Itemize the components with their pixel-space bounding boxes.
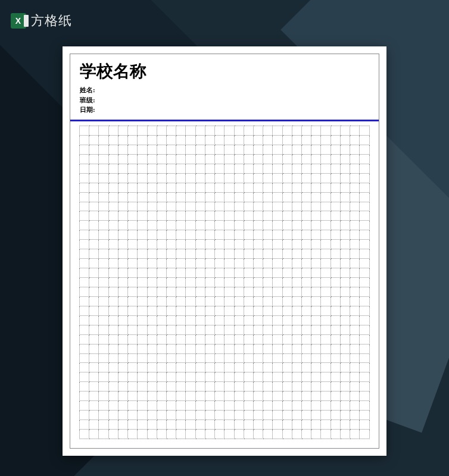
- grid-cell: [99, 430, 108, 439]
- grid-cell: [195, 164, 205, 173]
- grid-cell: [234, 192, 244, 202]
- grid-cell: [118, 306, 127, 315]
- grid-cell: [302, 240, 311, 249]
- grid-cell: [311, 325, 321, 334]
- grid-cell: [99, 411, 108, 420]
- grid-cell: [147, 145, 157, 154]
- grid-cell: [205, 278, 214, 287]
- grid-cell: [224, 154, 234, 164]
- grid-cell: [311, 183, 321, 192]
- grid-cell: [321, 135, 330, 145]
- grid-cell: [215, 249, 224, 259]
- grid-cell: [80, 183, 89, 192]
- grid-cell: [244, 154, 253, 164]
- grid-cell: [99, 344, 108, 353]
- grid-cell: [186, 315, 195, 325]
- grid-cell: [89, 430, 99, 439]
- grid-cell: [340, 382, 350, 392]
- grid-cell: [186, 372, 195, 382]
- grid-cell: [205, 334, 214, 344]
- grid-cell: [89, 296, 99, 306]
- grid-cell: [157, 268, 166, 278]
- grid-cell: [215, 420, 224, 430]
- grid-cell: [234, 325, 244, 334]
- grid-cell: [138, 126, 147, 136]
- grid-cell: [253, 363, 263, 372]
- grid-cell: [195, 240, 205, 249]
- grid-cell: [224, 325, 234, 334]
- grid-cell: [311, 382, 321, 392]
- grid-cell: [147, 259, 157, 268]
- grid-cell: [215, 211, 224, 221]
- grid-cell: [118, 296, 127, 306]
- grid-cell: [321, 420, 330, 430]
- grid-cell: [166, 268, 176, 278]
- grid-cell: [89, 221, 99, 230]
- grid-cell: [360, 154, 370, 164]
- grid-cell: [224, 344, 234, 353]
- grid-cell: [224, 372, 234, 382]
- grid-cell: [108, 325, 118, 334]
- grid-cell: [89, 382, 99, 392]
- grid-cell: [263, 372, 273, 382]
- grid-cell: [302, 411, 311, 420]
- grid-cell: [321, 249, 330, 259]
- grid-cell: [234, 230, 244, 240]
- grid-cell: [234, 278, 244, 287]
- grid-cell: [273, 344, 282, 353]
- grid-cell: [138, 392, 147, 401]
- grid-cell: [340, 268, 350, 278]
- grid-cell: [224, 183, 234, 192]
- grid-cell: [128, 173, 138, 183]
- grid-cell: [330, 315, 340, 325]
- grid-cell: [321, 183, 330, 192]
- grid-cell: [157, 430, 166, 439]
- grid-cell: [80, 221, 89, 230]
- grid-cell: [128, 230, 138, 240]
- grid-cell: [292, 296, 301, 306]
- grid-cell: [302, 287, 311, 296]
- grid-cell: [166, 259, 176, 268]
- grid-cell: [186, 192, 195, 202]
- grid-cell: [224, 230, 234, 240]
- grid-cell: [321, 344, 330, 353]
- grid-cell: [302, 145, 311, 154]
- grid-cell: [263, 240, 273, 249]
- grid-cell: [302, 154, 311, 164]
- grid-cell: [118, 211, 127, 221]
- grid-cell: [128, 401, 138, 411]
- grid-cell: [273, 221, 282, 230]
- grid-cell: [215, 325, 224, 334]
- grid-cell: [138, 401, 147, 411]
- grid-cell: [99, 249, 108, 259]
- grid-cell: [224, 249, 234, 259]
- grid-cell: [282, 154, 292, 164]
- grid-cell: [118, 164, 127, 173]
- grid-cell: [360, 259, 370, 268]
- grid-cell: [176, 202, 186, 211]
- grid-cell: [118, 240, 127, 249]
- grid-cell: [89, 164, 99, 173]
- grid-cell: [360, 278, 370, 287]
- grid-cell: [128, 145, 138, 154]
- grid-cell: [157, 221, 166, 230]
- grid-cell: [292, 249, 301, 259]
- grid-cell: [215, 306, 224, 315]
- grid-cell: [311, 268, 321, 278]
- grid-cell: [350, 135, 360, 145]
- grid-cell: [147, 344, 157, 353]
- grid-cell: [89, 363, 99, 372]
- grid-cell: [89, 411, 99, 420]
- grid-cell: [205, 145, 214, 154]
- grid-cell: [186, 334, 195, 344]
- grid-cell: [176, 363, 186, 372]
- grid-cell: [330, 173, 340, 183]
- grid-cell: [80, 420, 89, 430]
- grid-cell: [234, 315, 244, 325]
- grid-cell: [80, 268, 89, 278]
- grid-cell: [273, 411, 282, 420]
- grid-cell: [215, 173, 224, 183]
- grid-cell: [302, 392, 311, 401]
- grid-cell: [128, 392, 138, 401]
- grid-cell: [340, 363, 350, 372]
